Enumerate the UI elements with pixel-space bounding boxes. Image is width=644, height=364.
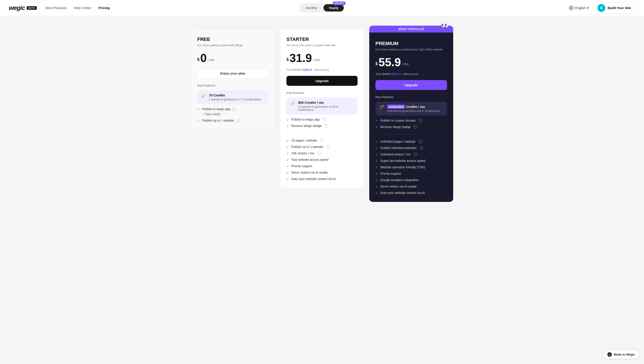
starter-plan-description: For those who want a simple static site: [286, 44, 358, 47]
pricing-grid: FREE For those getting started with Wegi…: [13, 29, 631, 202]
premium-divider: [376, 134, 447, 134]
check-icon: ✓: [286, 152, 289, 155]
premium-price-number: 55.9: [378, 56, 401, 68]
info-icon[interactable]: i: [237, 119, 240, 122]
premium-price-row: $ 55.9 / mo: [376, 56, 447, 68]
premium-price-total: Total $838.8 $670.8 , billed yearly: [376, 72, 447, 76]
starter-feature-8: ✓ Auto-sync website content via AI: [286, 177, 358, 181]
starter-price-number: 31.9: [290, 52, 312, 64]
info-icon[interactable]: i: [414, 125, 417, 129]
premium-feature-3: ✓ Publish unlimited websites i: [376, 146, 447, 150]
premium-credits-detail: Unlimited AI generations and AI modifica…: [387, 109, 440, 113]
premium-feature-list: ✓ Publish to custom domain i ✓ Remove We…: [376, 119, 447, 195]
free-plan-name: FREE: [197, 37, 268, 42]
header-left: wegic BETA Best Practices Help Center Pr…: [9, 5, 110, 12]
premium-feature-7: ✓ Priority support: [376, 172, 447, 175]
info-icon[interactable]: i: [320, 139, 324, 142]
info-icon[interactable]: i: [419, 119, 422, 122]
premium-credits-amount: Unlimited Credits / mo: [387, 105, 440, 109]
info-icon[interactable]: i: [414, 153, 417, 156]
nav-pricing[interactable]: Pricing: [98, 6, 110, 10]
check-icon: ✓: [376, 191, 378, 195]
nav-best-practices[interactable]: Best Practices: [46, 6, 67, 10]
premium-price-highlight: $670.8: [392, 72, 400, 76]
info-icon[interactable]: i: [325, 124, 328, 128]
starter-feature-4: ✓ 10K visitors / mo i: [286, 151, 358, 155]
globe-icon: [569, 6, 574, 11]
nav: Best Practices Help Center Pricing: [46, 6, 110, 10]
premium-feature-2: ✓ Unlimited pages / website i: [376, 140, 447, 143]
build-your-site-button[interactable]: A Build Your Site: [593, 2, 635, 14]
free-credits-amount: 70 Credits: [209, 93, 261, 97]
info-icon[interactable]: i: [317, 151, 321, 155]
free-credits-detail: 1 website AI generation or 7 AI modifica…: [209, 98, 261, 101]
premium-credits-icon: 🪄: [379, 105, 384, 110]
check-icon: ✓: [286, 139, 289, 142]
premium-feature-5: ✓ Super fast website access speed: [376, 159, 447, 163]
validity-badge: 7 days' validity: [202, 112, 222, 116]
free-feature-0: ✓ Publish to wegic.app i 7 days' validit…: [197, 107, 268, 116]
starter-divider: [286, 133, 358, 133]
free-feature-1: ✓ Publish up to 1 website i: [197, 119, 268, 122]
check-icon: ✓: [376, 172, 378, 175]
free-feature-1-text: Publish up to 1 website: [202, 119, 234, 122]
monthly-toggle[interactable]: Monthly: [300, 4, 323, 12]
wegic-logo-small: w: [607, 352, 612, 357]
info-icon[interactable]: i: [232, 108, 236, 111]
starter-plan-card: STARTER For those who want a simple stat…: [280, 29, 364, 188]
nav-help-center[interactable]: Help Center: [74, 6, 92, 10]
starter-credits-detail: 15 website AI generations or 60 AI modif…: [298, 105, 354, 111]
starter-feature-7: ✓ Serve visitors via AI avatar: [286, 171, 358, 174]
check-icon: ✓: [376, 153, 378, 156]
yearly-label: Yearly: [329, 6, 338, 10]
premium-plan-name: PREMIUM: [376, 41, 447, 47]
info-icon[interactable]: i: [326, 145, 330, 149]
premium-feature-9: ✓ Serve visitors via AI avatar: [376, 185, 447, 189]
premium-feature-1: ✓ Remove Wegic badge i: [376, 125, 447, 129]
check-icon: ✓: [286, 158, 289, 162]
most-popular-banner: MOST POPULAR: [369, 26, 453, 33]
check-icon: ✓: [197, 107, 200, 111]
check-icon: ✓: [376, 178, 378, 182]
chevron-down-icon: ▾: [587, 6, 589, 10]
check-icon: ✓: [286, 164, 289, 168]
info-icon[interactable]: i: [323, 118, 326, 121]
free-credits-icon: 🪄: [201, 93, 206, 99]
starter-price-total: Total $478.8 $382.8 , billed yearly: [286, 68, 358, 71]
premium-feature-0: ✓ Publish to custom domain i: [376, 119, 447, 122]
premium-price-mo: / mo: [402, 62, 408, 66]
starter-feature-5: ✓ Fast website access speed: [286, 158, 358, 162]
starter-cta-button[interactable]: Upgrade: [286, 76, 358, 86]
beta-badge: BETA: [27, 6, 37, 10]
made-in-label: Made in Wegic: [614, 353, 635, 356]
info-icon[interactable]: i: [419, 140, 422, 143]
header: wegic BETA Best Practices Help Center Pr…: [0, 0, 644, 16]
language-selector[interactable]: English ▾: [569, 6, 589, 11]
check-icon: ✓: [376, 125, 378, 129]
check-icon: ✓: [376, 159, 378, 163]
free-feature-list: ✓ Publish to wegic.app i 7 days' validit…: [197, 107, 268, 122]
header-right: English ▾ A Build Your Site: [569, 2, 635, 14]
premium-cta-button[interactable]: Upgrade: [376, 80, 447, 90]
starter-plan-name: STARTER: [286, 37, 358, 42]
starter-feature-6: ✓ Priority support: [286, 164, 358, 168]
check-icon: ✓: [286, 118, 289, 121]
premium-credits-box: 🪄 Unlimited Credits / mo Unlimited AI ge…: [376, 102, 447, 116]
check-icon: ✓: [376, 140, 378, 143]
check-icon: ✓: [286, 171, 289, 174]
check-icon: ✓: [286, 124, 289, 128]
free-credits-box: 🪄 70 Credits 1 website AI generation or …: [197, 90, 268, 104]
language-label: English: [575, 6, 586, 10]
owl-emoji: 👀: [441, 21, 449, 29]
starter-credits-box: 🪄 600 Credits / mo 15 website AI generat…: [286, 98, 358, 115]
check-icon: ✓: [197, 119, 200, 122]
premium-feature-10: ✓ Auto-sync website content via AI: [376, 191, 447, 195]
main-content: FREE For those getting started with Wegi…: [0, 16, 644, 211]
free-price-row: $ 0 / mo: [197, 52, 268, 64]
svg-text:w: w: [609, 353, 610, 356]
build-btn-label: Build Your Site: [608, 6, 631, 10]
check-icon: ✓: [376, 146, 378, 150]
free-cta-button[interactable]: Enjoy your plan: [197, 68, 268, 79]
info-icon[interactable]: i: [420, 146, 423, 150]
yearly-toggle[interactable]: Yearly 20%OFF: [323, 4, 344, 12]
